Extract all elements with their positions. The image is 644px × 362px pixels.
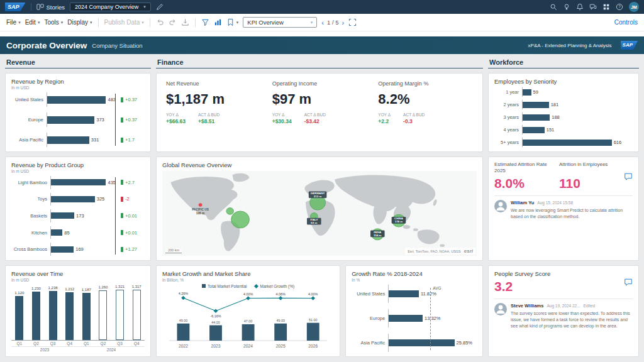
- column-value-label: 1,120: [14, 291, 24, 295]
- map-bubble[interactable]: [199, 203, 203, 206]
- user-avatar[interactable]: JM: [629, 2, 639, 12]
- bar[interactable]: [51, 246, 74, 253]
- bar[interactable]: [209, 326, 222, 341]
- bar[interactable]: [523, 89, 531, 96]
- delta-marker-positive: [121, 118, 123, 123]
- comment-edited-label: Edited: [584, 304, 595, 308]
- delta-marker-positive: [121, 247, 123, 252]
- bar-value: 85: [64, 230, 69, 236]
- bar[interactable]: [389, 339, 454, 346]
- bar[interactable]: [177, 324, 190, 341]
- lightbulb-icon[interactable]: [563, 3, 570, 11]
- section-header-workforce: Workforce: [488, 58, 639, 69]
- world-map[interactable]: GERMANY213 mITALY63 mCHINA178 mINDIA154 …: [162, 171, 477, 256]
- notifications-bell-icon[interactable]: [576, 3, 584, 11]
- finance-column: Finance Net Revenue$1,187 mYOY Δ+$66.63A…: [156, 58, 483, 357]
- column-value-label: 1,212: [65, 287, 74, 291]
- comment-icon[interactable]: [624, 172, 633, 181]
- controls-button[interactable]: Controls: [614, 19, 638, 26]
- bar[interactable]: [47, 136, 89, 144]
- insert-chart-icon[interactable]: [214, 18, 222, 26]
- legend-bar-swatch: [202, 284, 206, 288]
- menu-display[interactable]: Display▾: [67, 19, 92, 26]
- bar[interactable]: [523, 127, 545, 133]
- card-title: Revenue by Product Group: [11, 162, 145, 168]
- menu-edit[interactable]: Edit▾: [25, 19, 40, 26]
- column-bar[interactable]: [65, 292, 74, 340]
- redo-icon[interactable]: [169, 18, 177, 26]
- bookmark-icon: [226, 18, 235, 26]
- map-label: PACIFIC US: [192, 208, 209, 211]
- story-title-dropdown[interactable]: 2024 Company Overview ▾: [70, 3, 151, 11]
- view-selector[interactable]: KPI Overview ▾: [243, 17, 317, 28]
- bar[interactable]: [47, 96, 106, 104]
- line-marker[interactable]: [279, 296, 283, 300]
- growth-rate-chart: United States11.82%Europe13.32%Asia Paci…: [352, 285, 477, 352]
- divider: [31, 3, 31, 11]
- category-label: Asia Pacific: [11, 137, 47, 143]
- bar[interactable]: [51, 179, 106, 185]
- filter-icon[interactable]: [201, 18, 209, 26]
- comment-icon[interactable]: [624, 278, 633, 287]
- page-indicator: 1 / 5: [327, 19, 339, 26]
- edit-story-icon[interactable]: [156, 3, 164, 11]
- fullscreen-icon[interactable]: [348, 18, 357, 26]
- column-bar[interactable]: [49, 291, 57, 340]
- commenter-avatar: [494, 303, 507, 315]
- column-item: 1,230: [30, 285, 43, 340]
- column-bar[interactable]: [99, 290, 107, 340]
- bar-value: 169: [75, 246, 84, 252]
- apps-grid-icon[interactable]: [602, 3, 610, 11]
- line-marker[interactable]: [311, 296, 315, 300]
- bar[interactable]: [523, 114, 550, 121]
- next-page-icon[interactable]: ›: [341, 19, 344, 26]
- chevron-down-icon: ▾: [236, 20, 239, 25]
- bar[interactable]: [51, 212, 74, 219]
- discussion-icon[interactable]: [589, 3, 597, 11]
- people-survey-card: People Survey Score 3.2 Steve Williams A…: [488, 265, 639, 357]
- column-bar[interactable]: [15, 296, 23, 340]
- map-bubble[interactable]: [231, 211, 250, 228]
- export-icon[interactable]: [181, 18, 189, 26]
- publish-data-button[interactable]: Publish Data▾: [104, 19, 144, 26]
- column-item: 1,187: [80, 285, 94, 340]
- map-bubble[interactable]: [226, 208, 234, 215]
- banner-right-label: xP&A - Extended Planning & Analysis: [528, 43, 612, 48]
- undo-icon[interactable]: [156, 18, 164, 26]
- column-bar[interactable]: [32, 292, 40, 340]
- menu-file[interactable]: File▾: [6, 19, 21, 26]
- line-marker[interactable]: [181, 296, 186, 300]
- bar[interactable]: [242, 324, 255, 341]
- bar[interactable]: [47, 116, 94, 124]
- bookmark-menu[interactable]: ▾: [226, 18, 239, 26]
- line-marker[interactable]: [214, 309, 218, 313]
- bar[interactable]: [307, 323, 319, 341]
- survey-score-value: 3.2: [494, 279, 550, 294]
- menu-tools[interactable]: Tools▾: [44, 19, 63, 26]
- column-bar[interactable]: [82, 293, 91, 340]
- help-icon[interactable]: ?: [616, 3, 623, 11]
- bar[interactable]: [389, 315, 423, 322]
- bar[interactable]: [389, 290, 419, 297]
- bar[interactable]: [51, 196, 95, 202]
- stories-menu[interactable]: Stories: [36, 3, 65, 11]
- bar-value: 11.82%: [421, 291, 436, 297]
- category-label: Baskets: [11, 213, 50, 219]
- search-icon[interactable]: [550, 3, 557, 11]
- column-bar[interactable]: [116, 290, 124, 340]
- revenue-by-product-card: Revenue by Product Group In m USD Light …: [5, 156, 151, 261]
- category-label: Europe: [352, 315, 388, 321]
- category-label: 3 years: [494, 114, 522, 120]
- svg-text:-6.16%: -6.16%: [210, 314, 221, 318]
- bar-track: 173: [50, 209, 116, 222]
- comment-thread[interactable]: Steve Williams Aug 19, 2024 22... Edited…: [494, 299, 633, 352]
- svg-text:47.00: 47.00: [244, 319, 253, 323]
- bar[interactable]: [523, 140, 612, 146]
- line-marker[interactable]: [246, 296, 250, 300]
- bar[interactable]: [523, 102, 549, 108]
- column-bar[interactable]: [133, 290, 141, 340]
- comment-thread[interactable]: William Yu Aug 15, 2024 15:58 We are now…: [494, 195, 633, 256]
- bar[interactable]: [51, 229, 62, 236]
- previous-page-icon[interactable]: ‹: [321, 19, 324, 26]
- bar[interactable]: [274, 324, 287, 341]
